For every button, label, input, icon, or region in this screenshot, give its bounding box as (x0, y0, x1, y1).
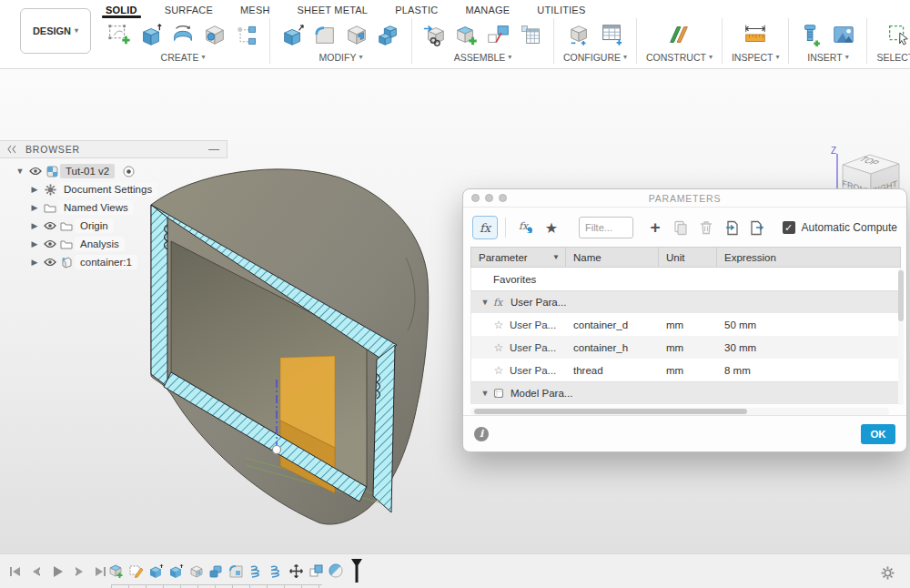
extrude-icon[interactable] (137, 21, 165, 48)
group-label-create[interactable]: CREATE▾ (161, 52, 206, 63)
group-label-select[interactable]: SELECT▾ (876, 52, 910, 63)
section-grip-handle[interactable] (273, 446, 281, 454)
add-parameter-icon[interactable]: + (644, 217, 666, 238)
delete-parameter-icon[interactable] (695, 217, 717, 238)
scrollbar-thumb[interactable] (474, 409, 747, 414)
model-parameters-group-row[interactable]: ▼ Model Para... (470, 381, 901, 404)
parameter-expression[interactable]: 50 mm (717, 319, 900, 330)
parameter-name[interactable]: thread (566, 365, 659, 376)
column-header-unit[interactable]: Unit (659, 248, 717, 267)
canvas-image-icon[interactable] (830, 21, 857, 48)
chevron-right-icon[interactable]: ▶ (27, 185, 42, 194)
chevron-down-icon[interactable]: ▼ (479, 298, 491, 307)
vertical-scrollbar[interactable] (898, 269, 904, 405)
timeline-coil-icon[interactable] (248, 561, 265, 581)
group-label-configure[interactable]: CONFIGURE▾ (563, 52, 627, 63)
timeline-new-component-icon[interactable] (107, 561, 125, 581)
tab-plastic[interactable]: PLASTIC (395, 5, 438, 15)
new-component-icon[interactable] (453, 21, 480, 48)
all-parameters-toggle[interactable]: fx (472, 216, 498, 239)
hole-icon[interactable] (201, 21, 228, 48)
timeline-pattern-icon[interactable] (308, 561, 325, 581)
combine-icon[interactable] (375, 21, 402, 48)
timeline-move-icon[interactable] (288, 561, 305, 581)
tab-mesh[interactable]: MESH (240, 5, 270, 15)
parameter-expression[interactable]: 8 mm (717, 365, 900, 376)
column-header-name[interactable]: Name (566, 248, 659, 267)
timeline-extrude-icon[interactable] (167, 561, 185, 581)
timeline-fillet-icon[interactable] (228, 561, 245, 581)
automatic-compute-checkbox[interactable]: ✓ (783, 221, 795, 234)
visibility-eye-icon[interactable] (27, 164, 44, 178)
group-label-construct[interactable]: CONSTRUCT▾ (646, 52, 713, 63)
create-sketch-icon[interactable] (106, 21, 133, 48)
tree-item-label[interactable]: Document Settings (58, 182, 157, 197)
automatic-compute-toggle[interactable]: ✓ Automatic Compute (783, 221, 897, 234)
browser-item-root[interactable]: ▼ Tut-01 v2 (13, 162, 228, 180)
minimize-browser-icon[interactable]: — (208, 144, 219, 155)
parameter-name[interactable]: container_d (566, 319, 659, 330)
tab-manage[interactable]: MANAGE (465, 5, 510, 15)
chevron-down-icon[interactable]: ▼ (479, 389, 491, 398)
revolve-icon[interactable] (169, 21, 197, 48)
horizontal-scrollbar[interactable] (470, 408, 889, 415)
timeline-section-analysis-icon[interactable] (328, 561, 345, 581)
chevron-right-icon[interactable]: ▶ (27, 221, 42, 230)
timeline-sketch-icon[interactable] (127, 561, 145, 581)
go-to-end-button[interactable] (95, 566, 106, 577)
export-csv-icon[interactable] (746, 217, 768, 238)
parameter-name[interactable]: container_h (566, 342, 659, 353)
configure-icon[interactable] (566, 21, 593, 48)
tree-item-label[interactable]: container:1 (75, 255, 137, 269)
favorite-star-icon[interactable]: ☆ (491, 364, 506, 377)
tree-item-label[interactable]: Origin (75, 218, 114, 233)
filter-input[interactable] (579, 217, 633, 238)
step-back-button[interactable] (31, 566, 42, 577)
pattern-icon[interactable] (233, 21, 260, 48)
timeline-coil-icon[interactable] (268, 561, 285, 581)
play-button[interactable] (52, 565, 64, 578)
insert-derive-icon[interactable] (421, 21, 449, 48)
insert-fastener-icon[interactable] (798, 21, 825, 48)
info-icon[interactable]: i (474, 427, 489, 441)
cut-face-right-wall[interactable] (373, 345, 395, 512)
import-csv-icon[interactable] (721, 217, 743, 238)
chevron-right-icon[interactable]: ▶ (27, 203, 42, 212)
parameter-row-thread[interactable]: ☆ User Pa... thread mm 8 mm (470, 359, 901, 381)
visibility-eye-icon[interactable] (42, 255, 58, 269)
construct-plane-icon[interactable] (665, 21, 693, 48)
column-header-parameter[interactable]: Parameter▼ (471, 248, 566, 267)
group-label-inspect[interactable]: INSPECT▾ (732, 52, 780, 63)
group-label-assemble[interactable]: ASSEMBLE▾ (454, 52, 512, 63)
chevron-down-icon[interactable]: ▼ (13, 167, 27, 176)
timeline-settings-gear-icon[interactable] (881, 566, 895, 583)
joint-icon[interactable] (485, 21, 512, 48)
column-header-expression[interactable]: Expression (717, 248, 900, 267)
configuration-table-icon[interactable] (598, 21, 625, 48)
go-to-start-button[interactable] (9, 566, 21, 577)
visibility-eye-icon[interactable] (42, 237, 58, 251)
measure-icon[interactable] (742, 21, 769, 48)
timeline-position-marker[interactable] (348, 561, 365, 581)
user-parameters-group-row[interactable]: ▼ fx User Para... (470, 290, 901, 313)
activate-component-radio[interactable] (120, 164, 136, 178)
workspace-switcher-button[interactable]: DESIGN▾ (20, 8, 91, 54)
tab-sheet-metal[interactable]: SHEET METAL (298, 5, 369, 15)
tab-utilities[interactable]: UTILITIES (537, 5, 585, 15)
timeline-extrude-icon[interactable] (147, 561, 165, 581)
browser-item-named-views[interactable]: ▶ Named Views (27, 198, 228, 217)
browser-item-container[interactable]: ▶ container:1 (27, 253, 228, 271)
tab-surface[interactable]: SURFACE (165, 5, 213, 15)
document-name[interactable]: Tut-01 v2 (60, 164, 115, 178)
chevron-right-icon[interactable]: ▶ (27, 258, 42, 267)
favorites-star-icon[interactable]: ★ (541, 217, 562, 238)
user-parameters-filter-icon[interactable]: fx (515, 217, 537, 238)
dialog-titlebar[interactable]: PARAMETERS (463, 189, 906, 208)
browser-item-origin[interactable]: ▶ Origin (27, 217, 228, 235)
parameter-expression[interactable]: 30 mm (717, 342, 900, 353)
tree-item-label[interactable]: Named Views (58, 200, 134, 215)
timeline-ruler[interactable] (111, 584, 322, 588)
favorites-row[interactable]: Favorites (470, 268, 901, 290)
collapse-panel-icon[interactable] (7, 145, 16, 154)
favorite-star-icon[interactable]: ☆ (491, 341, 506, 354)
